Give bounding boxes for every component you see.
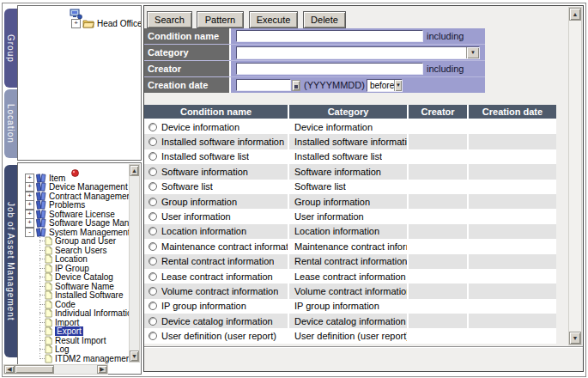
condition-name-text: Software information — [161, 167, 248, 177]
row-radio-button[interactable] — [149, 168, 157, 176]
menu-vertical-scrollbar[interactable]: ▲ ▼ — [129, 164, 140, 363]
scroll-up-icon[interactable]: ▲ — [130, 165, 139, 176]
scroll-up-icon[interactable]: ▲ — [569, 8, 581, 21]
tree-item-device-management[interactable]: +Device Management — [18, 183, 129, 192]
condition-name-input[interactable] — [236, 30, 423, 42]
form-row-condition-name: Condition name including — [144, 28, 485, 45]
row-radio-button[interactable] — [149, 272, 157, 281]
pattern-button[interactable]: Pattern — [197, 11, 244, 28]
table-row-user-definition-user-report[interactable]: User definition (user report)User defini… — [144, 328, 556, 343]
date-operator-select[interactable]: before ▼ — [367, 79, 403, 92]
collapse-icon[interactable]: - — [25, 228, 34, 237]
scroll-left-icon[interactable]: ◀ — [4, 365, 15, 374]
tree-item-search-users[interactable]: Search Users — [18, 246, 129, 255]
row-radio-button[interactable] — [149, 302, 157, 310]
row-radio-button[interactable] — [149, 257, 157, 265]
creator-input[interactable] — [236, 63, 423, 75]
column-header-condition-name: Condition name — [144, 105, 289, 119]
condition-name-cell: Software information — [144, 164, 289, 179]
table-row-lease-contract-information[interactable]: Lease contract informationLease contract… — [144, 269, 556, 284]
table-row-installed-software-list[interactable]: Installed software listInstalled softwar… — [144, 149, 556, 164]
tree-item-head-office[interactable]: + Head Office — [18, 18, 142, 28]
table-row-location-information[interactable]: Location informationLocation information — [144, 224, 556, 239]
table-row-device-catalog-information[interactable]: Device catalog informationDevice catalog… — [144, 314, 556, 328]
scrollbar-thumb[interactable] — [15, 365, 54, 374]
tree-item-group-and-user[interactable]: Group and User — [18, 237, 129, 247]
table-row-maintenance-contract-information[interactable]: Maintenance contract informationMaintena… — [144, 239, 556, 253]
tab-location[interactable]: Location — [4, 89, 17, 158]
creation-date-cell — [469, 149, 556, 164]
row-radio-button[interactable] — [149, 332, 157, 340]
tab-group[interactable]: Group — [4, 9, 17, 88]
tab-job-of-asset-management[interactable]: Job of Asset Management — [4, 165, 17, 357]
tree-item-itdm2-management-ir[interactable]: ITDM2 management ir — [18, 354, 129, 363]
chevron-down-icon[interactable]: ▼ — [394, 80, 402, 91]
table-row-user-information[interactable]: User informationUser information — [144, 209, 556, 223]
scroll-down-icon[interactable]: ▼ — [130, 351, 139, 362]
tree-item-individual-information[interactable]: Individual Information — [18, 309, 129, 319]
creation-date-cell — [469, 299, 556, 314]
tree-item-export[interactable]: Export — [18, 327, 129, 337]
table-row-ip-group-information[interactable]: IP group informationIP group information — [144, 299, 556, 314]
table-row-rental-contract-information[interactable]: Rental contract informationRental contra… — [144, 254, 556, 269]
tree-item-software-name[interactable]: Software Name — [18, 282, 129, 291]
expand-icon[interactable]: + — [25, 182, 34, 192]
tree-item-import[interactable]: Import — [18, 318, 129, 327]
row-radio-button[interactable] — [149, 212, 157, 221]
table-row-volume-contract-information[interactable]: Volume contract informationVolume contra… — [144, 284, 556, 298]
chevron-down-icon[interactable]: ▼ — [466, 47, 479, 58]
tree-item-system-management[interactable]: -System Management — [18, 228, 129, 237]
table-row-group-information[interactable]: Group informationGroup information — [144, 194, 556, 209]
expand-icon[interactable]: + — [25, 192, 34, 201]
table-row-software-list[interactable]: Software listSoftware list — [144, 180, 556, 194]
scroll-down-icon[interactable]: ▼ — [569, 332, 581, 344]
results-table-header: Condition name Category Creator Creation… — [144, 105, 556, 119]
row-radio-button[interactable] — [149, 227, 157, 235]
row-radio-button[interactable] — [149, 182, 157, 191]
main-vertical-scrollbar[interactable]: ▲ ▼ — [568, 7, 582, 345]
search-button[interactable]: Search — [147, 11, 192, 28]
scroll-right-icon[interactable]: ▶ — [97, 365, 107, 374]
table-row-software-information[interactable]: Software informationSoftware information — [144, 164, 556, 179]
row-radio-button[interactable] — [149, 123, 157, 131]
row-radio-button[interactable] — [149, 152, 157, 161]
row-radio-button[interactable] — [149, 287, 157, 296]
menu-horizontal-scrollbar[interactable]: ◀ ▶ — [3, 364, 108, 375]
tree-item-contract-management[interactable]: +Contract Management — [18, 192, 129, 201]
org-tree-panel: Group Location + Head Offi — [3, 5, 142, 161]
date-picker-button[interactable] — [292, 80, 300, 91]
page-icon — [45, 272, 52, 282]
delete-button[interactable]: Delete — [303, 11, 346, 28]
tree-item-problems[interactable]: +Problems — [18, 201, 129, 210]
tree-item-ip-group[interactable]: IP Group — [18, 264, 129, 273]
creation-date-cell — [469, 164, 556, 179]
row-radio-button[interactable] — [149, 198, 157, 206]
expand-icon[interactable]: + — [71, 19, 81, 28]
category-cell: User definition (user report) — [289, 328, 409, 343]
execute-button[interactable]: Execute — [249, 11, 298, 28]
tree-item-item[interactable]: +Item — [18, 174, 129, 183]
creation-date-input[interactable] — [236, 79, 291, 91]
creation-date-cell — [469, 119, 556, 134]
row-radio-button[interactable] — [149, 317, 157, 326]
tree-item-location[interactable]: Location — [18, 255, 129, 265]
table-row-installed-software-information[interactable]: Installed software informationInstalled … — [144, 134, 556, 149]
tree-item-installed-software[interactable]: Installed Software — [18, 291, 129, 301]
tree-item-device-catalog[interactable]: Device Catalog — [18, 273, 129, 283]
row-radio-button[interactable] — [149, 137, 157, 146]
expand-icon[interactable]: + — [25, 218, 34, 228]
creation-date-cell — [469, 314, 556, 328]
tree-item-label: Code — [55, 300, 76, 309]
expand-icon[interactable]: + — [25, 200, 34, 210]
tree-item-software-license[interactable]: +Software License — [18, 210, 129, 219]
tree-item-log[interactable]: Log — [18, 345, 129, 355]
tree-item-software-usage-managem[interactable]: +Software Usage Managem — [18, 219, 129, 229]
table-row-device-information[interactable]: Device informationDevice information — [144, 119, 556, 134]
expand-icon[interactable]: + — [25, 174, 34, 183]
category-cell: User information — [289, 209, 409, 223]
row-radio-button[interactable] — [149, 242, 157, 251]
tree-item-result-import[interactable]: Result Import — [18, 336, 129, 345]
category-select[interactable]: ▼ — [236, 46, 480, 59]
expand-icon[interactable]: + — [25, 210, 34, 219]
tree-item-code[interactable]: Code — [18, 300, 129, 309]
